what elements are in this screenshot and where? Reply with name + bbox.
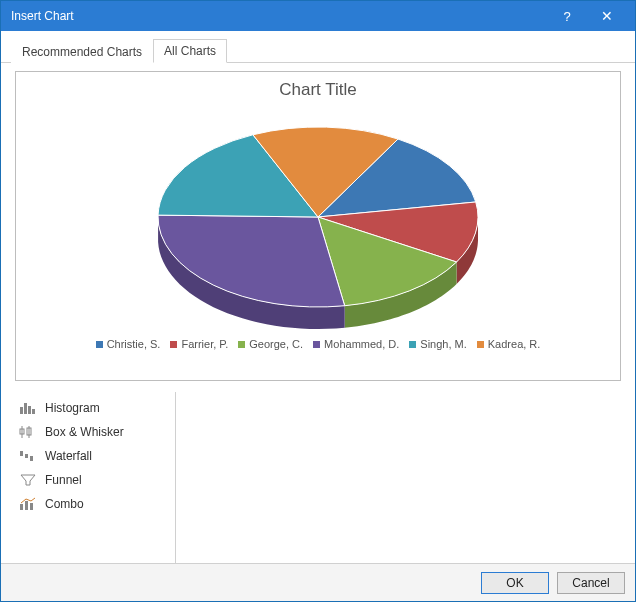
legend-swatch	[96, 341, 103, 348]
legend-label: Christie, S.	[107, 338, 161, 350]
sidebar-item-label: Funnel	[45, 473, 82, 487]
sidebar-item-waterfall[interactable]: Waterfall	[11, 444, 175, 468]
sidebar-item-funnel[interactable]: Funnel	[11, 468, 175, 492]
legend-swatch	[170, 341, 177, 348]
chart-type-list: HistogramBox & WhiskerWaterfallFunnelCom…	[11, 392, 176, 563]
window-title: Insert Chart	[11, 9, 547, 23]
svg-rect-13	[25, 501, 28, 510]
dialog-footer: OK Cancel	[1, 563, 635, 601]
chart-title: Chart Title	[16, 72, 620, 104]
cancel-button[interactable]: Cancel	[557, 572, 625, 594]
help-button[interactable]: ?	[547, 1, 587, 31]
legend-swatch	[313, 341, 320, 348]
waterfall-icon	[19, 448, 37, 464]
legend-label: Kadrea, R.	[488, 338, 541, 350]
body-bottom: HistogramBox & WhiskerWaterfallFunnelCom…	[11, 386, 625, 563]
sidebar-item-histogram[interactable]: Histogram	[11, 396, 175, 420]
pie-chart[interactable]	[16, 104, 620, 334]
sidebar-item-label: Combo	[45, 497, 84, 511]
chart-variant-pane	[176, 392, 625, 563]
legend-item: Mohammed, D.	[313, 338, 399, 350]
legend-swatch	[238, 341, 245, 348]
histogram-icon	[19, 400, 37, 416]
legend-label: George, C.	[249, 338, 303, 350]
sidebar-item-combo[interactable]: Combo	[11, 492, 175, 516]
svg-rect-14	[30, 503, 33, 510]
funnel-icon	[19, 472, 37, 488]
tab-all-charts[interactable]: All Charts	[153, 39, 227, 63]
legend-swatch	[409, 341, 416, 348]
sidebar-item-label: Waterfall	[45, 449, 92, 463]
legend-item: George, C.	[238, 338, 303, 350]
svg-rect-3	[32, 409, 35, 414]
titlebar: Insert Chart ? ✕	[1, 1, 635, 31]
svg-rect-12	[20, 504, 23, 510]
close-button[interactable]: ✕	[587, 1, 627, 31]
insert-chart-dialog: Insert Chart ? ✕ Recommended Charts All …	[0, 0, 636, 602]
svg-marker-11	[21, 475, 35, 485]
ok-button[interactable]: OK	[481, 572, 549, 594]
svg-rect-9	[25, 454, 28, 458]
tabs-row: Recommended Charts All Charts	[1, 31, 635, 63]
sidebar-item-label: Histogram	[45, 401, 100, 415]
dialog-body: Chart Title Christie, S.Farrier, P.Georg…	[1, 63, 635, 563]
legend-item: Kadrea, R.	[477, 338, 541, 350]
legend-item: Farrier, P.	[170, 338, 228, 350]
legend-label: Farrier, P.	[181, 338, 228, 350]
tab-recommended-charts[interactable]: Recommended Charts	[11, 40, 153, 63]
body-top: Chart Title Christie, S.Farrier, P.Georg…	[11, 71, 625, 386]
chart-preview: Chart Title Christie, S.Farrier, P.Georg…	[15, 71, 621, 381]
legend-label: Singh, M.	[420, 338, 466, 350]
sidebar-item-label: Box & Whisker	[45, 425, 124, 439]
svg-rect-1	[24, 403, 27, 414]
chart-legend: Christie, S.Farrier, P.George, C.Mohamme…	[16, 334, 620, 354]
svg-rect-2	[28, 406, 31, 414]
legend-label: Mohammed, D.	[324, 338, 399, 350]
legend-swatch	[477, 341, 484, 348]
legend-item: Christie, S.	[96, 338, 161, 350]
sidebar-item-box-whisker[interactable]: Box & Whisker	[11, 420, 175, 444]
svg-rect-0	[20, 407, 23, 414]
combo-icon	[19, 496, 37, 512]
box-whisker-icon	[19, 424, 37, 440]
svg-rect-8	[20, 451, 23, 456]
svg-rect-10	[30, 456, 33, 461]
legend-item: Singh, M.	[409, 338, 466, 350]
